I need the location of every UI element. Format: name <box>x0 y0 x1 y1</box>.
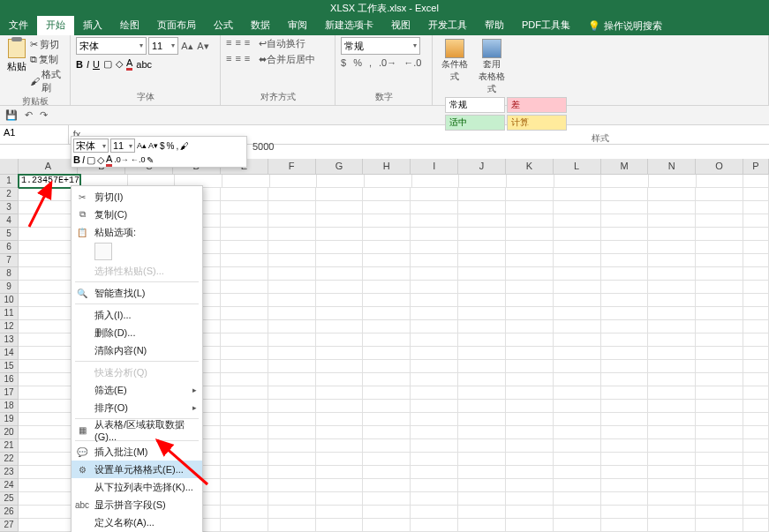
cell[interactable] <box>363 294 411 307</box>
cell[interactable] <box>363 333 411 347</box>
cell[interactable] <box>19 479 78 492</box>
cell[interactable] <box>743 294 769 307</box>
cell[interactable] <box>221 479 268 492</box>
cell[interactable] <box>411 241 458 254</box>
cell[interactable] <box>268 320 316 333</box>
cell[interactable] <box>19 466 78 479</box>
cell[interactable] <box>696 188 743 201</box>
percent-button[interactable]: % <box>353 57 362 68</box>
cell[interactable] <box>19 294 78 307</box>
cell[interactable] <box>411 426 458 439</box>
cell[interactable] <box>221 413 268 426</box>
bold-button[interactable]: B <box>76 59 83 70</box>
row-header[interactable]: 19 <box>0 413 19 426</box>
cell[interactable] <box>554 254 601 267</box>
cell[interactable] <box>648 519 696 532</box>
row-header[interactable]: 24 <box>0 479 19 492</box>
cell[interactable] <box>648 439 696 453</box>
row-header[interactable]: 13 <box>0 333 19 347</box>
row-header[interactable]: 22 <box>0 453 19 466</box>
cell[interactable] <box>743 439 769 453</box>
cell[interactable] <box>601 426 649 439</box>
cell[interactable] <box>221 214 268 228</box>
cell[interactable] <box>743 254 769 267</box>
cell[interactable] <box>696 228 743 241</box>
col-header-J[interactable]: J <box>458 159 506 175</box>
cell[interactable] <box>648 307 696 320</box>
cell[interactable] <box>411 267 458 281</box>
cell[interactable] <box>458 426 506 439</box>
cell[interactable] <box>411 228 458 241</box>
cell[interactable] <box>411 294 458 307</box>
cell[interactable] <box>601 281 649 294</box>
cell[interactable] <box>19 373 78 386</box>
cell[interactable] <box>743 492 769 506</box>
cell[interactable] <box>458 492 506 506</box>
cell[interactable] <box>458 254 506 267</box>
col-header-K[interactable]: K <box>506 159 554 175</box>
col-header-N[interactable]: N <box>648 159 696 175</box>
cell[interactable] <box>316 188 364 201</box>
cell[interactable] <box>458 320 506 333</box>
align-bottom-icon[interactable]: ≡ <box>245 37 250 50</box>
cell[interactable] <box>363 320 411 333</box>
ctx-filter[interactable]: 筛选(E)▸ <box>72 381 202 399</box>
cut-button[interactable]: ✂剪切 <box>29 37 64 52</box>
ctx-delete[interactable]: 删除(D)... <box>72 324 202 341</box>
cell[interactable] <box>411 413 458 426</box>
cell[interactable] <box>221 386 268 400</box>
cell[interactable] <box>506 214 554 228</box>
cell[interactable] <box>696 267 743 281</box>
cell[interactable] <box>696 241 743 254</box>
align-left-icon[interactable]: ≡ <box>226 53 231 66</box>
cell[interactable] <box>19 360 78 373</box>
cell[interactable] <box>316 479 364 492</box>
cell[interactable] <box>648 333 696 347</box>
cell[interactable] <box>268 439 316 453</box>
cell[interactable] <box>506 453 554 466</box>
cell[interactable] <box>554 400 601 413</box>
cell[interactable] <box>506 360 554 373</box>
ctx-define-name[interactable]: 定义名称(A)... <box>72 513 202 531</box>
mini-percent-icon[interactable]: % <box>167 141 175 151</box>
cell[interactable] <box>363 386 411 400</box>
cell[interactable] <box>363 228 411 241</box>
cell[interactable] <box>411 360 458 373</box>
cell[interactable] <box>554 241 601 254</box>
cell[interactable] <box>221 519 268 532</box>
cell[interactable] <box>316 320 364 333</box>
row-header[interactable]: 3 <box>0 201 19 214</box>
cell[interactable] <box>411 439 458 453</box>
col-header-G[interactable]: G <box>316 159 364 175</box>
cell[interactable] <box>268 307 316 320</box>
ctx-clear[interactable]: 清除内容(N) <box>72 341 202 359</box>
increase-decimal-icon[interactable]: .0→ <box>379 57 396 68</box>
cell[interactable] <box>458 333 506 347</box>
cell[interactable] <box>268 267 316 281</box>
cell[interactable] <box>270 175 318 188</box>
cell[interactable] <box>316 347 364 360</box>
cell[interactable] <box>19 492 78 506</box>
cell[interactable] <box>506 241 554 254</box>
cell[interactable] <box>648 492 696 506</box>
cell[interactable] <box>743 241 769 254</box>
cell[interactable] <box>458 267 506 281</box>
cell[interactable] <box>506 439 554 453</box>
cell[interactable] <box>363 201 411 214</box>
cell[interactable] <box>411 347 458 360</box>
cell[interactable] <box>19 426 78 439</box>
cell[interactable] <box>221 360 268 373</box>
cell[interactable] <box>316 281 364 294</box>
cell[interactable] <box>363 426 411 439</box>
cell[interactable] <box>648 466 696 479</box>
cell[interactable] <box>221 254 268 267</box>
cell[interactable] <box>696 347 743 360</box>
ctx-phonetic[interactable]: abc显示拼音字段(S) <box>72 496 202 513</box>
cell[interactable] <box>648 320 696 333</box>
cell[interactable] <box>696 281 743 294</box>
fill-color-button[interactable]: ◇ <box>116 58 123 70</box>
cell[interactable] <box>554 214 601 228</box>
row-header[interactable]: 11 <box>0 307 19 320</box>
cell[interactable] <box>222 175 270 188</box>
ctx-cut[interactable]: ✂剪切(I) <box>72 188 202 206</box>
